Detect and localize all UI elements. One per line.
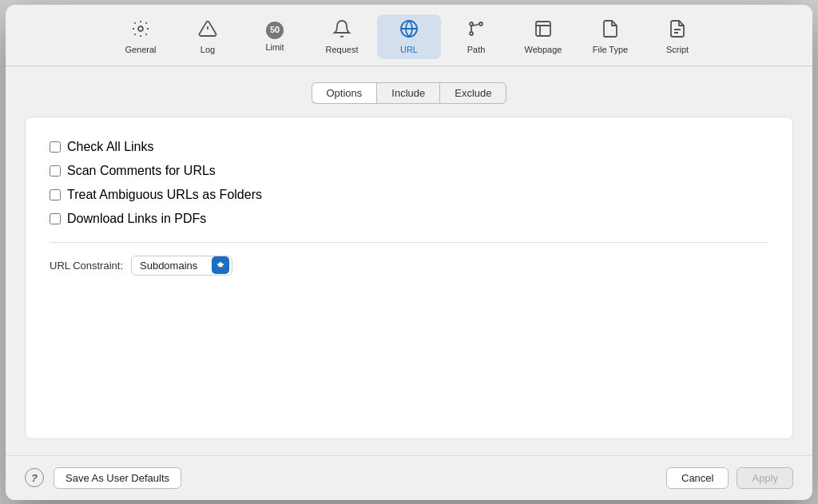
content-area: Options Include Exclude Check All Links …	[6, 66, 812, 455]
svg-rect-8	[536, 22, 550, 36]
toolbar-item-webpage[interactable]: Webpage	[511, 14, 575, 59]
checkbox-item-download-pdfs[interactable]: Download Links in PDFs	[50, 212, 768, 226]
warning-icon	[198, 19, 217, 42]
badge-icon: 50	[266, 22, 284, 39]
checkbox-treat-ambiguous-label: Treat Ambiguous URLs as Folders	[67, 188, 262, 202]
toolbar-item-url[interactable]: URL	[377, 14, 441, 59]
script-icon	[668, 19, 687, 42]
apply-button[interactable]: Apply	[737, 467, 793, 489]
toolbar-item-general[interactable]: General	[109, 14, 173, 59]
checkbox-item-check-all-links[interactable]: Check All Links	[50, 140, 768, 154]
toolbar-url-label: URL	[400, 45, 418, 54]
svg-point-0	[138, 26, 143, 31]
svg-point-6	[479, 22, 482, 26]
toolbar-item-limit[interactable]: 50 Limit	[243, 17, 307, 57]
globe-icon	[399, 19, 419, 42]
checkbox-item-scan-comments[interactable]: Scan Comments for URLs	[50, 164, 768, 178]
fork-icon	[467, 19, 486, 42]
gear-icon	[131, 19, 150, 42]
checkbox-scan-comments[interactable]	[50, 165, 61, 177]
dialog: General Log 50 Limit	[6, 5, 812, 500]
bottom-left: ? Save As User Defaults	[25, 467, 181, 489]
tab-exclude[interactable]: Exclude	[439, 82, 506, 104]
checkbox-download-pdfs[interactable]	[50, 213, 61, 224]
save-defaults-button[interactable]: Save As User Defaults	[54, 467, 181, 489]
checkbox-download-pdfs-label: Download Links in PDFs	[67, 212, 206, 226]
toolbar-script-label: Script	[666, 45, 689, 54]
toolbar-limit-label: Limit	[265, 42, 284, 52]
checkbox-group: Check All Links Scan Comments for URLs T…	[50, 133, 768, 239]
toolbar-item-log[interactable]: Log	[176, 14, 240, 59]
svg-point-5	[470, 32, 473, 35]
toolbar-item-filetype[interactable]: File Type	[578, 14, 642, 59]
bottom-bar: ? Save As User Defaults Cancel Apply	[6, 455, 812, 500]
tab-options[interactable]: Options	[312, 82, 377, 104]
url-constraint-select[interactable]: Subdomains Same Domain Any None	[131, 256, 232, 276]
toolbar-item-script[interactable]: Script	[645, 14, 709, 59]
inner-panel: Check All Links Scan Comments for URLs T…	[25, 117, 793, 439]
toolbar-request-label: Request	[326, 45, 359, 54]
toolbar-log-label: Log	[201, 45, 215, 54]
checkbox-item-treat-ambiguous[interactable]: Treat Ambiguous URLs as Folders	[50, 188, 768, 202]
toolbar-filetype-label: File Type	[593, 45, 628, 54]
panel-separator	[50, 242, 768, 243]
bell-icon	[332, 19, 351, 42]
toolbar-item-request[interactable]: Request	[310, 14, 374, 59]
checkbox-check-all-links-label: Check All Links	[67, 140, 154, 154]
tab-bar: Options Include Exclude	[25, 82, 793, 104]
toolbar-general-label: General	[125, 45, 156, 54]
constraint-row: URL Constraint: Subdomains Same Domain A…	[50, 256, 768, 276]
checkbox-scan-comments-label: Scan Comments for URLs	[67, 164, 216, 178]
constraint-select-wrapper: Subdomains Same Domain Any None	[131, 256, 232, 276]
filetype-icon	[601, 19, 620, 42]
url-constraint-label: URL Constraint:	[50, 260, 123, 272]
checkbox-check-all-links[interactable]	[50, 141, 61, 153]
toolbar: General Log 50 Limit	[6, 5, 812, 65]
help-button[interactable]: ?	[25, 468, 44, 487]
bottom-right: Cancel Apply	[666, 467, 793, 489]
checkbox-treat-ambiguous[interactable]	[50, 189, 61, 200]
tab-include[interactable]: Include	[376, 82, 439, 104]
toolbar-webpage-label: Webpage	[525, 45, 562, 54]
toolbar-item-path[interactable]: Path	[444, 14, 508, 59]
cancel-button[interactable]: Cancel	[666, 467, 729, 489]
toolbar-path-label: Path	[467, 45, 486, 54]
webpage-icon	[534, 19, 553, 42]
